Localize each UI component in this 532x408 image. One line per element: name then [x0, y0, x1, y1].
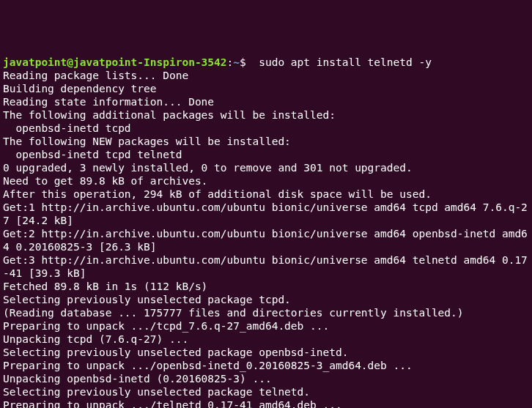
prompt-colon: :: [227, 56, 234, 68]
prompt-path: ~: [233, 56, 240, 68]
prompt-dollar: $: [240, 56, 246, 68]
terminal-output: Reading package lists... Done Building d…: [3, 70, 528, 408]
command-input[interactable]: sudo apt install telnetd -y: [246, 56, 432, 68]
prompt-user-host: javatpoint@javatpoint-Inspiron-3542: [3, 56, 227, 68]
